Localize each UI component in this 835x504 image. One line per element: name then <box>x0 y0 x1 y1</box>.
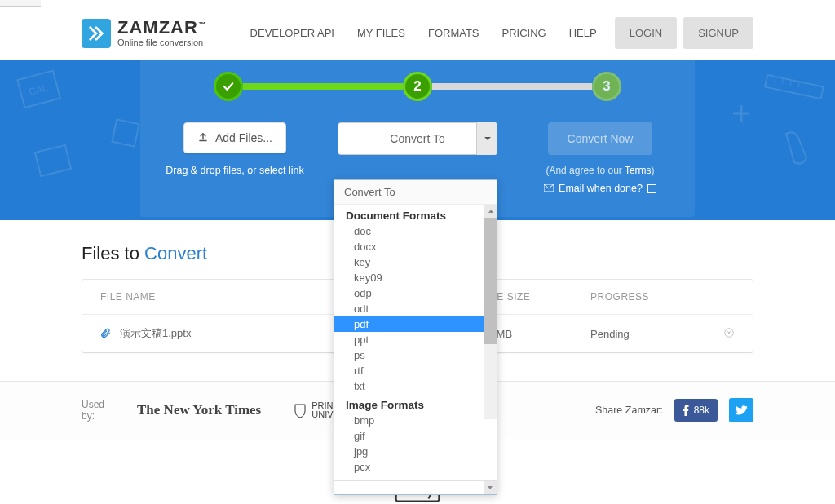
dropdown-item-docx[interactable]: docx <box>334 239 484 254</box>
convert-to-select[interactable]: Convert To <box>338 122 497 155</box>
dropdown-item-doc[interactable]: doc <box>334 223 484 239</box>
dropdown-item-txt[interactable]: txt <box>334 378 484 394</box>
col-filename: FILE NAME <box>100 291 373 303</box>
remove-file-button[interactable] <box>710 327 735 341</box>
share-label: Share Zamzar: <box>595 405 663 416</box>
convert-now-column: Convert Now (And agree to our Terms) Ema… <box>530 122 670 194</box>
twitter-share-button[interactable] <box>729 398 753 422</box>
svg-rect-3 <box>35 145 71 176</box>
dropdown-item-ps[interactable]: ps <box>334 347 484 363</box>
nav-formats[interactable]: FORMATS <box>417 19 491 47</box>
add-files-button[interactable]: Add Files... <box>183 122 286 153</box>
svg-rect-4 <box>765 75 824 99</box>
sketch-note-icon <box>110 117 143 150</box>
dropdown-header: Convert To <box>334 180 497 205</box>
svg-rect-2 <box>112 119 139 146</box>
select-link[interactable]: select link <box>259 165 304 176</box>
mail-icon <box>544 184 554 192</box>
svg-line-7 <box>790 80 791 86</box>
convert-now-button[interactable]: Convert Now <box>548 122 653 155</box>
step-3-pending: 3 <box>592 72 621 101</box>
sketch-plus-icon <box>729 101 753 126</box>
check-icon <box>221 79 236 94</box>
dropdown-item-bmp[interactable]: bmp <box>334 413 484 428</box>
add-files-column: Add Files... Drag & drop files, or selec… <box>165 122 305 194</box>
login-button[interactable]: LOGIN <box>615 17 677 49</box>
sketch-book-icon <box>31 142 76 183</box>
select-arrow-icon <box>476 122 497 155</box>
svg-line-5 <box>775 77 775 82</box>
upload-icon <box>197 132 209 144</box>
dropdown-item-key09[interactable]: key09 <box>334 270 484 285</box>
shield-icon <box>294 403 307 418</box>
terms-line: (And agree to our Terms) <box>530 165 670 176</box>
email-when-done: Email when done? <box>530 183 670 194</box>
dropdown-item-gif[interactable]: gif <box>334 428 484 444</box>
signup-button[interactable]: SIGNUP <box>683 17 753 49</box>
format-dropdown: Convert To Document Formatsdocdocxkeykey… <box>334 179 497 495</box>
svg-line-6 <box>782 78 783 84</box>
step-bar-2-3 <box>432 83 592 90</box>
email-checkbox[interactable] <box>647 184 656 193</box>
logo-icon <box>82 19 111 48</box>
file-progress: Pending <box>590 328 710 340</box>
paperclip-icon <box>100 328 112 339</box>
sketch-ruler-icon <box>762 69 827 101</box>
dropdown-item-png[interactable]: png <box>334 475 484 480</box>
scroll-thumb[interactable] <box>484 218 497 344</box>
file-name: 演示文稿1.pptx <box>120 326 191 341</box>
main-header: ZAMZAR™ Online file conversion DEVELOPER… <box>0 7 835 60</box>
dropdown-group-documents: Document Formats <box>334 205 484 223</box>
col-progress: PROGRESS <box>590 291 710 303</box>
used-by-label: Usedby: <box>82 399 104 422</box>
dropdown-item-ppt[interactable]: ppt <box>334 332 484 347</box>
nyt-logo: The New York Times <box>137 402 261 418</box>
logo-text: ZAMZAR™ Online file conversion <box>117 19 206 47</box>
dropdown-item-key[interactable]: key <box>334 254 484 270</box>
step-indicator: 2 3 <box>165 72 670 101</box>
scroll-up-arrow-icon[interactable] <box>484 205 497 218</box>
svg-line-8 <box>798 82 799 87</box>
dropdown-item-odp[interactable]: odp <box>334 285 484 301</box>
facebook-icon <box>683 405 689 416</box>
dropdown-item-jpg[interactable]: jpg <box>334 444 484 459</box>
dropdown-item-pdf[interactable]: pdf <box>334 316 484 332</box>
dropdown-group-images: Image Formats <box>334 394 484 413</box>
scroll-down-arrow-icon[interactable] <box>484 481 497 494</box>
step-2-active: 2 <box>403 72 432 101</box>
col-filesize: FILE SIZE <box>482 291 591 303</box>
dropdown-item-pcx[interactable]: pcx <box>334 459 484 475</box>
sketch-calendar-icon: CAL <box>16 69 65 109</box>
file-size: 03 MB <box>482 328 591 340</box>
twitter-icon <box>735 405 748 416</box>
dropdown-item-odt[interactable]: odt <box>334 301 484 316</box>
nav-pricing[interactable]: PRICING <box>491 19 558 47</box>
main-nav: DEVELOPER API MY FILES FORMATS PRICING H… <box>239 17 753 49</box>
facebook-share-button[interactable]: 88k <box>674 399 718 422</box>
dropdown-item-rtf[interactable]: rtf <box>334 363 484 378</box>
nav-help[interactable]: HELP <box>558 19 608 47</box>
step-bar-1-2 <box>243 83 403 90</box>
step-1-done <box>214 72 243 101</box>
logo[interactable]: ZAMZAR™ Online file conversion <box>82 19 206 48</box>
drag-drop-hint: Drag & drop files, or select link <box>165 165 305 176</box>
dropdown-scrollbar[interactable] <box>484 205 497 419</box>
sketch-wrench-icon <box>778 126 819 175</box>
nav-developer-api[interactable]: DEVELOPER API <box>239 19 346 47</box>
terms-link[interactable]: Terms <box>625 165 652 176</box>
nav-my-files[interactable]: MY FILES <box>346 19 417 47</box>
svg-text:CAL: CAL <box>28 82 49 98</box>
browser-tab-fragment <box>0 0 41 7</box>
